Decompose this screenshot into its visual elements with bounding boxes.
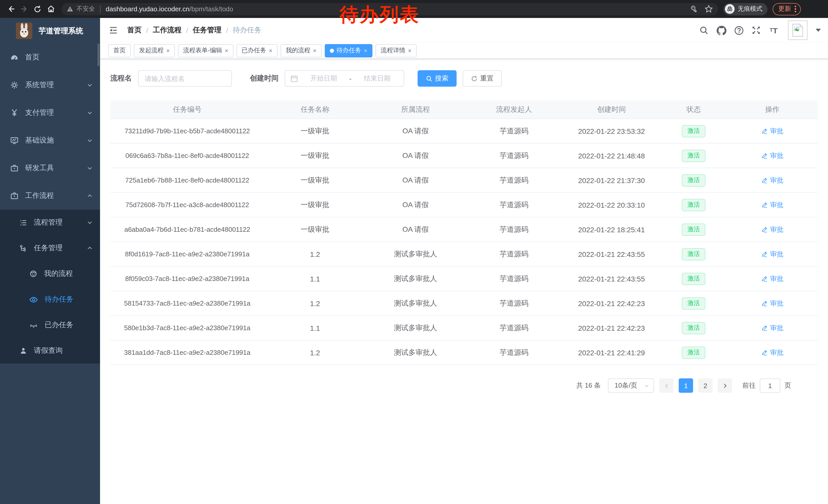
password-key-icon[interactable] bbox=[690, 5, 698, 13]
cell-task-name: 一级审批 bbox=[264, 225, 366, 234]
column-header: 所属流程 bbox=[366, 105, 465, 114]
breadcrumb-workflow[interactable]: 工作流程 bbox=[153, 26, 181, 35]
close-icon[interactable]: × bbox=[313, 47, 317, 54]
table-row: a6aba0a4-7b6d-11ec-b781-acde48001122 一级审… bbox=[110, 217, 818, 242]
browser-update-button[interactable]: 更新 bbox=[773, 3, 801, 15]
page-button-2[interactable]: 2 bbox=[698, 378, 713, 393]
sidebar-item-label: 我的流程 bbox=[44, 269, 93, 278]
sidebar-collapse-icon[interactable] bbox=[107, 24, 120, 37]
sidebar-item-payment[interactable]: 支付管理 bbox=[0, 99, 100, 127]
tab-process-detail[interactable]: 流程详情× bbox=[376, 44, 417, 57]
cell-task-name: 一级审批 bbox=[264, 176, 366, 185]
close-icon[interactable]: × bbox=[269, 47, 273, 54]
approve-link[interactable]: 审批 bbox=[761, 151, 783, 160]
help-icon[interactable] bbox=[734, 25, 744, 35]
url-path: /bpm/task/todo bbox=[190, 5, 234, 13]
table-row: 75d72608-7b7f-11ec-a3c8-acde48001122 一级审… bbox=[110, 193, 818, 217]
approve-link[interactable]: 审批 bbox=[761, 274, 783, 283]
approve-link[interactable]: 审批 bbox=[761, 299, 783, 308]
github-icon[interactable] bbox=[716, 25, 727, 35]
tab-start-process[interactable]: 发起流程× bbox=[134, 44, 175, 57]
page-size-select[interactable]: 10条/页 bbox=[608, 378, 654, 393]
sidebar-item-label: 基础设施 bbox=[25, 136, 80, 145]
approve-link[interactable]: 审批 bbox=[761, 200, 783, 210]
page-button-1[interactable]: 1 bbox=[679, 378, 693, 393]
cell-process: 测试多审批人 bbox=[366, 249, 465, 259]
page-url: dashboard.yudao.iocoder.cn/bpm/task/todo bbox=[106, 5, 233, 13]
sidebar: 芋道管理系统 首页 系统管理 支付管理 基础设施 bbox=[0, 18, 100, 504]
cell-task-id: 8f059c03-7ac8-11ec-a9e2-a2380e71991a bbox=[110, 275, 264, 282]
total-count: 共 16 条 bbox=[576, 381, 601, 390]
bookmark-star-icon[interactable] bbox=[704, 5, 713, 13]
incognito-label: 无痕模式 bbox=[738, 5, 762, 13]
sidebar-item-workflow[interactable]: 工作流程 bbox=[0, 182, 100, 210]
sidebar-item-process-mgmt[interactable]: 流程管理 bbox=[0, 210, 100, 235]
sidebar-item-system[interactable]: 系统管理 bbox=[0, 71, 100, 99]
table-row: 069c6a63-7b8a-11ec-8ef0-acde48001122 一级审… bbox=[110, 144, 818, 168]
tab-form-edit[interactable]: 流程表单-编辑× bbox=[178, 44, 234, 57]
sidebar-item-task-mgmt[interactable]: 任务管理 bbox=[0, 235, 100, 261]
filter-form: 流程名 创建时间 开始日期 - 结束日期 搜索 bbox=[110, 70, 818, 87]
font-size-icon[interactable]: TT bbox=[769, 25, 779, 35]
browser-forward-icon[interactable] bbox=[17, 2, 31, 16]
tab-todo-tasks[interactable]: 待办任务× bbox=[325, 44, 372, 57]
tab-done-tasks[interactable]: 已办任务× bbox=[237, 44, 278, 57]
date-range-separator: - bbox=[349, 75, 352, 82]
cell-task-name: 1.2 bbox=[264, 250, 366, 258]
cell-process: 测试多审批人 bbox=[366, 348, 465, 357]
sidebar-logo[interactable]: 芋道管理系统 bbox=[0, 18, 100, 44]
sidebar-item-done-tasks[interactable]: 已办任务 bbox=[0, 312, 100, 338]
calendar-icon bbox=[290, 75, 298, 82]
fullscreen-icon[interactable] bbox=[751, 25, 761, 35]
approve-link[interactable]: 审批 bbox=[761, 126, 783, 136]
column-header: 流程发起人 bbox=[465, 105, 563, 114]
tree-icon bbox=[19, 244, 27, 252]
goto-page-input[interactable] bbox=[760, 378, 780, 393]
sidebar-item-home[interactable]: 首页 bbox=[0, 44, 100, 71]
close-icon[interactable]: × bbox=[225, 47, 228, 54]
breadcrumb-home[interactable]: 首页 bbox=[127, 26, 141, 35]
edit-pen-icon bbox=[761, 300, 768, 307]
close-icon[interactable]: × bbox=[364, 47, 367, 54]
sidebar-item-infrastructure[interactable]: 基础设施 bbox=[0, 127, 100, 154]
security-warning[interactable]: 不安全 bbox=[67, 5, 95, 13]
close-icon[interactable]: × bbox=[166, 47, 170, 54]
browser-menu-icon[interactable] bbox=[795, 6, 796, 12]
prev-page-button[interactable] bbox=[659, 378, 673, 393]
browser-home-icon[interactable] bbox=[44, 2, 57, 16]
sidebar-item-devtools[interactable]: 研发工具 bbox=[0, 154, 100, 182]
search-button[interactable]: 搜索 bbox=[418, 70, 457, 87]
approve-link[interactable]: 审批 bbox=[761, 323, 783, 332]
process-name-input[interactable] bbox=[138, 70, 232, 87]
sidebar-item-leave-query[interactable]: 请假查询 bbox=[0, 338, 100, 364]
search-icon[interactable] bbox=[699, 25, 709, 35]
eye-closed-icon bbox=[29, 321, 38, 329]
approve-link[interactable]: 审批 bbox=[761, 348, 783, 357]
avatar[interactable] bbox=[788, 20, 808, 40]
sidebar-item-my-process[interactable]: 我的流程 bbox=[0, 261, 100, 287]
sidebar-scrollbar[interactable] bbox=[97, 44, 99, 66]
cell-starter: 芋道源码 bbox=[465, 151, 563, 160]
close-icon[interactable]: × bbox=[408, 47, 411, 54]
browser-reload-icon[interactable] bbox=[31, 2, 44, 16]
status-badge: 激活 bbox=[682, 223, 705, 236]
cell-created-time: 2022-01-22 21:48:48 bbox=[563, 151, 660, 160]
approve-link[interactable]: 审批 bbox=[761, 225, 783, 234]
date-range-picker[interactable]: 开始日期 - 结束日期 bbox=[285, 70, 404, 87]
screen: 不安全 dashboard.yudao.iocoder.cn/bpm/task/… bbox=[0, 0, 828, 504]
sidebar-item-todo-tasks[interactable]: 待办任务 bbox=[0, 287, 100, 312]
browser-back-icon[interactable] bbox=[4, 2, 17, 16]
reset-button[interactable]: 重置 bbox=[463, 70, 502, 87]
tab-my-process[interactable]: 我的流程× bbox=[281, 44, 322, 57]
next-page-button[interactable] bbox=[718, 378, 732, 393]
approve-link[interactable]: 审批 bbox=[761, 249, 783, 259]
cell-created-time: 2022-01-21 22:43:55 bbox=[563, 275, 660, 283]
start-date-placeholder: 开始日期 bbox=[302, 74, 345, 83]
briefcase-icon bbox=[10, 164, 18, 172]
tab-home[interactable]: 首页 bbox=[108, 44, 131, 57]
incognito-icon bbox=[725, 4, 735, 14]
approve-link[interactable]: 审批 bbox=[761, 176, 783, 185]
avatar-menu-caret-icon[interactable] bbox=[816, 29, 821, 32]
breadcrumb-task-mgmt[interactable]: 任务管理 bbox=[193, 26, 222, 35]
table-row: 8f059c03-7ac8-11ec-a9e2-a2380e71991a 1.1… bbox=[110, 267, 818, 291]
